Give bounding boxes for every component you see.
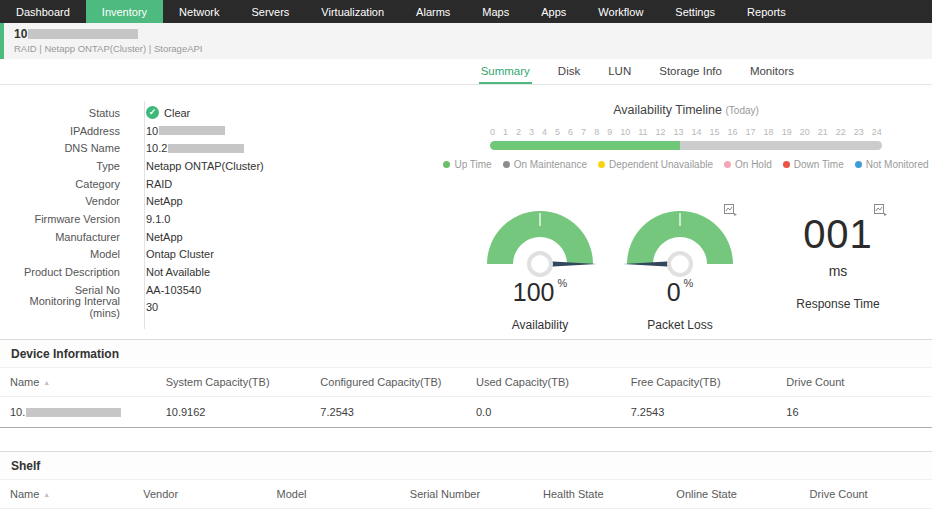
nav-item-workflow[interactable]: Workflow [582,0,659,23]
availability-unit: % [557,277,567,289]
gauge-hub [527,251,553,277]
tab-disk[interactable]: Disk [556,59,582,84]
col-header-drive-count[interactable]: Drive Count [800,480,932,509]
table-row[interactable]: 1.11 Netapp DS4243 11111111 Normal onlin… [0,509,932,518]
tab-lun[interactable]: LUN [606,59,633,84]
legend-item-up-time: Up Time [443,159,491,170]
packet-loss-unit: % [684,277,694,289]
up-time-dot-icon [443,161,450,168]
col-header-model[interactable]: Model [267,480,400,509]
detail-label: Serial No [0,284,132,296]
packet-loss-number: 0 [667,278,681,306]
detail-label: Category [0,178,132,190]
hour-tick: 18 [764,127,774,137]
cell-drive-count: 5 [800,509,932,518]
tab-summary[interactable]: Summary [479,59,532,84]
hour-tick: 19 [782,127,792,137]
hour-tick: 13 [674,127,684,137]
detail-row-product-description: Product Description Not Available [0,263,440,281]
hour-tick: 20 [800,127,810,137]
detail-value: NetApp [132,231,183,243]
down-time-dot-icon [783,161,790,168]
col-header-serial-number[interactable]: Serial Number [400,480,533,509]
col-header-free-capacity[interactable]: Free Capacity(TB) [621,368,777,397]
detail-value: AA-103540 [132,284,201,296]
legend-label: Up Time [454,159,491,170]
cell-drive-count: 16 [776,397,932,428]
col-header-health-state[interactable]: Health State [533,480,666,509]
detail-row-ipaddress: IPAddress 10 [0,122,440,140]
hour-tick: 1 [503,127,508,137]
col-header-online-state[interactable]: Online State [666,480,799,509]
nav-item-dashboard[interactable]: Dashboard [0,0,86,23]
dependent-unavailable-dot-icon [598,161,605,168]
tab-monitors[interactable]: Monitors [748,59,796,84]
nav-item-network[interactable]: Network [163,0,235,23]
detail-row-dns-name: DNS Name 10.2 [0,139,440,157]
hour-tick: 17 [746,127,756,137]
col-header-system-capacity[interactable]: System Capacity(TB) [156,368,311,397]
availability-panel: Availability Timeline (Today) 0123456789… [440,85,932,339]
timeline-legend: Up Time On Maintenance Dependent Unavail… [440,159,932,170]
col-header-drive-count[interactable]: Drive Count [776,368,932,397]
cell-serial-number: 11111111 [400,509,533,518]
nav-item-servers[interactable]: Servers [235,0,305,23]
nav-item-settings[interactable]: Settings [659,0,731,23]
legend-item-not-monitored: Not Monitored [855,159,929,170]
availability-gauge: 100% Availability [487,211,593,332]
device-information-header-row: Name▲ System Capacity(TB) Configured Cap… [0,368,932,397]
hour-tick: 9 [607,127,612,137]
col-header-configured-capacity[interactable]: Configured Capacity(TB) [310,368,466,397]
legend-item-on-hold: On Hold [724,159,772,170]
tab-storage-info[interactable]: Storage Info [657,59,724,84]
packet-loss-value: 0% [627,277,733,307]
nav-item-maps[interactable]: Maps [466,0,525,23]
col-header-name[interactable]: Name▲ [0,480,133,509]
gauge-tick [679,213,681,226]
response-time-graph-icon[interactable] [874,202,887,220]
packet-loss-gauge-dial [627,211,733,264]
tab-bar: Summary Disk LUN Storage Info Monitors [0,59,932,85]
legend-label: Not Monitored [866,159,929,170]
device-title: 10 [14,27,932,41]
response-time-label: Response Time [767,297,909,311]
ip-prefix: 10 [146,125,158,137]
detail-label: Firmware Version [0,213,132,225]
col-header-name[interactable]: Name▲ [0,368,156,397]
timeline-subtitle-text: (Today) [725,105,758,116]
legend-item-on-maintenance: On Maintenance [503,159,587,170]
response-time-metric: 001 ms Response Time [767,211,909,332]
detail-row-type: Type Netapp ONTAP(Cluster) [0,157,440,175]
availability-timeline-bar[interactable] [490,141,882,150]
detail-label: Type [0,160,132,172]
nav-item-reports[interactable]: Reports [731,0,802,23]
hour-tick: 10 [620,127,630,137]
summary-content: Status ✓ Clear IPAddress 10 DNS Name 10.… [0,85,932,339]
hour-tick: 23 [854,127,864,137]
redacted-device-name [28,29,138,39]
not-monitored-dot-icon [855,161,862,168]
nav-item-apps[interactable]: Apps [525,0,582,23]
cell-system-capacity: 10.9162 [156,397,311,428]
device-header: 10 RAID | Netapp ONTAP(Cluster) | Storag… [0,23,932,59]
device-information-title: Device Information [0,340,932,368]
detail-value: Netapp ONTAP(Cluster) [132,160,264,172]
detail-value: RAID [132,178,172,190]
detail-row-status: Status ✓ Clear [0,104,440,122]
nav-item-inventory[interactable]: Inventory [86,0,163,23]
hour-tick: 22 [836,127,846,137]
device-information-table: Name▲ System Capacity(TB) Configured Cap… [0,368,932,428]
nav-item-virtualization[interactable]: Virtualization [305,0,400,23]
hour-tick: 15 [710,127,720,137]
nav-item-alarms[interactable]: Alarms [400,0,466,23]
hour-tick: 3 [529,127,534,137]
hour-tick: 2 [516,127,521,137]
detail-label: Model [0,248,132,260]
legend-label: On Maintenance [514,159,587,170]
shelf-table: Name▲ Vendor Model Serial Number Health … [0,480,932,518]
cell-configured-capacity: 7.2543 [310,397,466,428]
dns-prefix: 10.2 [146,142,167,154]
table-row[interactable]: 10. 10.9162 7.2543 0.0 7.2543 16 [0,397,932,428]
col-header-vendor[interactable]: Vendor [133,480,266,509]
col-header-used-capacity[interactable]: Used Capacity(TB) [466,368,621,397]
